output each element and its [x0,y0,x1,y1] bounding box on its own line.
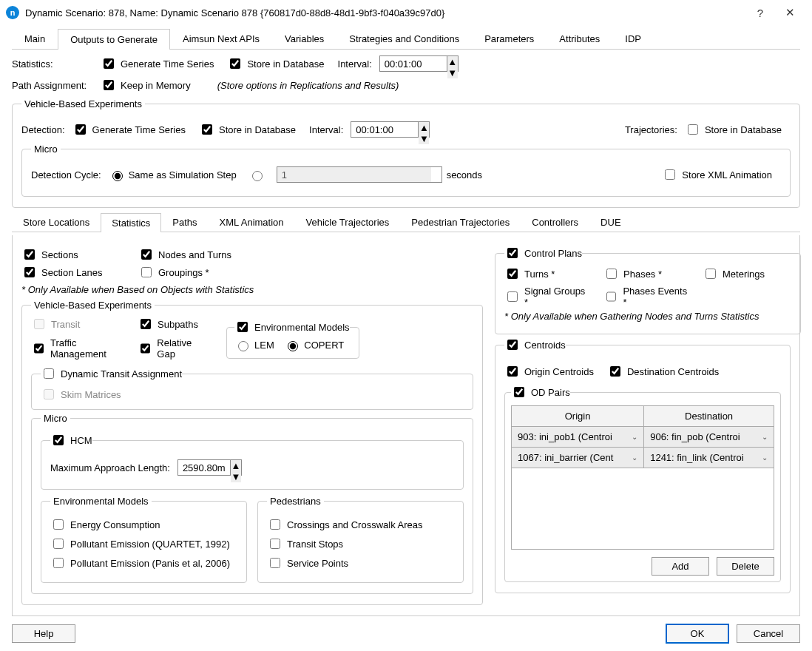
chk-control-plans[interactable]: Control Plans [504,246,582,260]
chk-service-points[interactable]: Service Points [267,556,454,570]
max-approach-input[interactable] [178,460,230,475]
origin-select-0[interactable]: 903: ini_pob1 (Centroi⌄ [512,427,643,447]
chevron-down-icon[interactable]: ▼ [231,471,241,482]
chk-hcm[interactable]: HCM [50,433,92,448]
det-interval-input[interactable] [351,122,418,137]
subtab-due[interactable]: DUE [589,212,632,232]
subtab-paths[interactable]: Paths [161,212,208,232]
custom-seconds-spinbox [277,166,442,183]
chevron-down-icon: ⌄ [632,453,637,462]
chevron-up-icon[interactable]: ▲ [447,56,458,67]
chk-transit: Transit [31,317,126,331]
chk-destination-centroids[interactable]: Destination Centroids [607,364,719,379]
chk-energy[interactable]: Energy Consumption [50,517,237,532]
chk-meterings[interactable]: Meterings [703,266,782,281]
add-button[interactable]: Add [652,557,709,576]
chk-poll-quartet[interactable]: Pollutant Emission (QUARTET, 1992) [50,536,237,551]
chevron-down-icon: ⌄ [632,433,637,441]
chk-relative-gap[interactable]: Relative Gap [138,337,210,360]
fieldset-pedestrians: Pedestrians Crossings and Crosswalk Area… [257,496,464,583]
chk-det-gen-ts[interactable]: Generate Time Series [72,122,186,137]
cancel-button[interactable]: Cancel [737,624,800,643]
max-approach-spinbox[interactable]: ▲▼ [177,459,242,476]
tab-main[interactable]: Main [12,28,58,49]
rdo-custom[interactable] [248,169,265,181]
chk-poll-panis[interactable]: Pollutant Emission (Panis et al, 2006) [50,556,237,570]
chk-store-db[interactable]: Store in Database [227,56,324,71]
chk-traj-store-db[interactable]: Store in Database [685,122,782,137]
help-button[interactable]: Help [12,624,75,643]
chk-turns[interactable]: Turns * [504,266,592,281]
rdo-lem[interactable]: LEM [234,339,274,351]
subtab-pedestrian-trajectories[interactable]: Pedestrian Trajectories [400,212,521,232]
chk-phases-events[interactable]: Phases Events * [603,286,691,308]
subtab-vehicle-trajectories[interactable]: Vehicle Trajectories [295,212,401,232]
trajectories-label: Trajectories: [625,124,677,135]
interval-input[interactable] [380,56,447,71]
chk-subpaths[interactable]: Subpaths [138,317,210,331]
chevron-down-icon[interactable]: ▼ [419,133,429,144]
subtab-store-locations[interactable]: Store Locations [12,212,101,232]
detection-label: Detection: [21,124,65,135]
subtab-controllers[interactable]: Controllers [521,212,589,232]
window-title: Dynamic Scenario: 878, Name: Dynamic Sce… [25,7,745,18]
rdo-copert[interactable]: COPERT [284,339,344,351]
ok-button[interactable]: OK [666,624,729,644]
chk-signal-groups[interactable]: Signal Groups * [504,286,592,308]
det-cycle-label: Detection Cycle: [31,169,101,181]
destination-select-1[interactable]: 1241: fin_link (Centroi⌄ [644,448,774,468]
chk-od-pairs[interactable]: OD Pairs [511,385,570,399]
chk-gen-time-series[interactable]: Generate Time Series [101,56,214,71]
th-destination: Destination [644,406,774,427]
close-icon[interactable]: ✕ [775,6,805,19]
chk-origin-centroids[interactable]: Origin Centroids [504,364,594,379]
interval-spinbox[interactable]: ▲▼ [379,55,459,72]
chk-det-store-db[interactable]: Store in Database [199,122,296,137]
chk-keep-memory[interactable]: Keep in Memory [101,78,191,92]
det-interval-spinbox[interactable]: ▲▼ [351,121,430,138]
table-row: 903: ini_pob1 (Centroi⌄ 906: fin_pob (Ce… [512,427,774,448]
fieldset-centroids: Centroids Origin Centroids Destination C… [495,337,791,593]
chk-section-lanes[interactable]: Section Lanes [21,265,124,280]
chk-nodes-turns[interactable]: Nodes and Turns [138,247,240,262]
chk-dyn-transit[interactable]: Dynamic Transit Assignment [41,366,182,381]
chevron-down-icon[interactable]: ▼ [447,67,458,78]
fieldset-control-plans: Control Plans Turns * Phases * Meterings… [495,246,801,334]
custom-seconds-input [277,167,431,182]
th-origin: Origin [512,406,644,427]
chk-crossings[interactable]: Crossings and Crosswalk Areas [267,517,454,532]
chk-sections[interactable]: Sections [21,247,124,262]
tab-apis[interactable]: Aimsun Next APIs [170,28,272,49]
interval-label: Interval: [338,58,372,70]
delete-button[interactable]: Delete [717,557,774,576]
tab-parameters[interactable]: Parameters [472,28,547,49]
chevron-down-icon: ⌄ [762,453,768,462]
rdo-same-step[interactable]: Same as Simulation Step [109,169,237,181]
chk-groupings[interactable]: Groupings * [138,265,240,280]
chk-store-xml-anim[interactable]: Store XML Animation [662,167,772,182]
det-interval-label: Interval: [309,124,343,135]
tab-attributes[interactable]: Attributes [547,28,612,49]
chk-transit-stops[interactable]: Transit Stops [267,536,454,551]
tab-variables[interactable]: Variables [272,28,336,49]
tab-outputs[interactable]: Outputs to Generate [58,29,170,50]
tab-strategies[interactable]: Strategies and Conditions [336,28,472,49]
subtab-statistics[interactable]: Statistics [101,213,161,232]
chevron-up-icon[interactable]: ▲ [231,460,241,471]
help-icon[interactable]: ? [745,7,775,19]
fieldset-hcm: HCM Maximum Approach Length: ▲▼ [41,433,464,490]
tab-idp[interactable]: IDP [612,28,654,49]
subtab-xml-animation[interactable]: XML Animation [209,212,295,232]
destination-select-0[interactable]: 906: fin_pob (Centroi⌄ [644,427,774,447]
chevron-up-icon[interactable]: ▲ [419,122,429,133]
chk-env-models[interactable]: Environmental Models [234,320,350,334]
sub-tabs: Store Locations Statistics Paths XML Ani… [12,212,800,232]
max-approach-label: Maximum Approach Length: [50,462,170,473]
chk-centroids[interactable]: Centroids [504,337,566,352]
chk-phases[interactable]: Phases * [603,266,691,281]
seconds-label: seconds [447,169,482,181]
fieldset-env-models2: Environmental Models Energy Consumption … [41,496,247,583]
app-icon: n [6,6,19,19]
origin-select-1[interactable]: 1067: ini_barrier (Cent⌄ [512,448,643,468]
chk-traffic-mgmt[interactable]: Traffic Management [31,337,126,360]
